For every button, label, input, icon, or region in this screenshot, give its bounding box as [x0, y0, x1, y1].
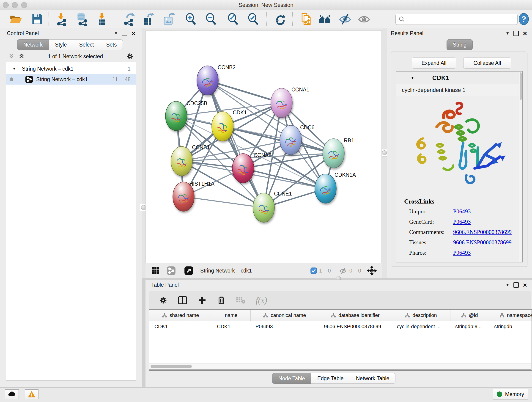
show-columns-icon[interactable]: [178, 295, 187, 305]
network-node-CCNE1[interactable]: CCNE1: [253, 191, 292, 222]
crosslink-link[interactable]: 9606.ENSP00000378699: [453, 229, 512, 235]
float-panel-icon[interactable]: [122, 31, 127, 36]
collapse-panel-icon[interactable]: ▼: [506, 283, 510, 287]
results-scrollbar[interactable]: [519, 71, 522, 262]
float-panel-icon[interactable]: [513, 282, 519, 288]
control-panel-title: Control Panel: [7, 30, 39, 36]
collapse-panel-icon[interactable]: ▼: [506, 31, 510, 36]
close-panel-icon[interactable]: ×: [523, 283, 527, 287]
network-edge[interactable]: [208, 80, 264, 208]
network-node-CDK1[interactable]: CDK1: [212, 109, 247, 141]
float-panel-icon[interactable]: [513, 31, 519, 36]
crosslink-link[interactable]: P06493: [453, 219, 471, 225]
search-input[interactable]: [407, 14, 517, 24]
network-node-RB1[interactable]: RB1: [323, 138, 354, 168]
birds-eye-view-icon[interactable]: [152, 267, 160, 275]
tab-edge-table[interactable]: Edge Table: [311, 373, 350, 384]
crosslink-link[interactable]: P06493: [453, 208, 471, 215]
refresh-button[interactable]: [274, 12, 287, 26]
clone-network-button[interactable]: [299, 12, 312, 26]
first-neighbors-button[interactable]: [318, 12, 331, 26]
copy-network-icon: [299, 12, 312, 26]
right-splitter[interactable]: [382, 28, 387, 278]
column-header-database-identifier[interactable]: database identifier: [319, 310, 392, 321]
column-header-namespace[interactable]: namespace: [489, 310, 532, 321]
zoom-selected-button[interactable]: [247, 12, 260, 26]
node-count: 11: [113, 76, 118, 83]
tab-sets[interactable]: Sets: [100, 39, 123, 50]
tab-string[interactable]: String: [447, 39, 473, 50]
memory-button[interactable]: Memory: [493, 389, 528, 400]
results-scrollbar-thumb[interactable]: [520, 72, 522, 100]
help-button[interactable]: ?: [518, 13, 531, 26]
pan-mode-icon[interactable]: [367, 266, 377, 275]
left-splitter[interactable]: [142, 28, 146, 278]
export-image-button[interactable]: [162, 12, 176, 26]
zoom-fit-button[interactable]: [226, 12, 240, 26]
warnings-button[interactable]: !: [25, 389, 38, 399]
open-in-window-icon[interactable]: [184, 266, 193, 275]
crosslink-row: Tissues:9606.ENSP00000378699: [409, 239, 522, 246]
results-panel-title: Results Panel: [391, 30, 423, 36]
export-network-icon: [122, 12, 135, 26]
collapse-panel-icon[interactable]: ▼: [114, 31, 118, 36]
tab-select[interactable]: Select: [73, 39, 100, 50]
tree-expander-icon[interactable]: ▼: [12, 67, 16, 71]
table-hscrollbar-thumb[interactable]: [151, 365, 192, 368]
network-edge[interactable]: [184, 197, 264, 208]
network-node-HIST1H1A[interactable]: HIST1H1A: [173, 181, 215, 211]
export-network-button[interactable]: [122, 12, 135, 26]
cloud-status-button[interactable]: [5, 389, 19, 399]
network-node-CCNA2[interactable]: CCNA2: [232, 152, 272, 183]
network-node-CCNB2[interactable]: CCNB2: [197, 64, 235, 95]
network-graph[interactable]: CCNB2CCNA1CDC25BCDK1CDC6RB1CCNB1CCNA2CDK…: [146, 31, 381, 263]
zoom-in-button[interactable]: [184, 12, 197, 26]
column-header-canonical-name[interactable]: canonical name: [250, 310, 319, 321]
import-network-file-button[interactable]: [54, 12, 67, 26]
zoom-out-icon: [204, 12, 218, 26]
network-row[interactable]: String Network – cdk1 11 48: [6, 74, 136, 85]
export-table-button[interactable]: [141, 12, 155, 26]
open-session-button[interactable]: [9, 12, 22, 26]
column-header-name[interactable]: name: [212, 310, 250, 321]
collapse-all-chevron-icon[interactable]: [18, 53, 25, 60]
column-header-shared-name[interactable]: shared name: [149, 310, 212, 321]
network-edge[interactable]: [208, 80, 282, 103]
crosslink-link[interactable]: 9606.ENSP00000378699: [453, 239, 512, 246]
crosslink-link[interactable]: P06493: [453, 249, 471, 256]
tab-network[interactable]: Network: [17, 39, 49, 50]
expand-all-button[interactable]: Expand All: [412, 57, 456, 69]
network-canvas[interactable]: CCNB2CCNA1CDC25BCDK1CDC6RB1CCNB1CCNA2CDK…: [146, 31, 382, 263]
gear-icon[interactable]: [126, 52, 134, 61]
node-details-header[interactable]: ▼ CDK1: [396, 71, 522, 85]
create-column-plus-icon[interactable]: [197, 296, 207, 305]
close-panel-icon[interactable]: ×: [131, 31, 135, 36]
network-collection-row[interactable]: ▼ String Network – cdk1 1: [6, 64, 136, 74]
tab-network-table[interactable]: Network Table: [350, 373, 395, 384]
expand-all-chevron-icon[interactable]: [8, 53, 15, 60]
show-all-button[interactable]: [357, 12, 371, 26]
tab-style[interactable]: Style: [49, 39, 73, 50]
table-hscrollbar[interactable]: [149, 364, 531, 370]
network-node-CCNA1[interactable]: CCNA1: [271, 87, 309, 118]
import-network-database-button[interactable]: [75, 12, 88, 26]
collapse-all-button[interactable]: Collapse All: [463, 57, 511, 69]
save-session-button[interactable]: [30, 12, 44, 26]
table-row[interactable]: CDK1CDK1P064939606.ENSP00000378699cyclin…: [149, 321, 532, 332]
column-header-@id[interactable]: @id: [450, 310, 489, 321]
selected-checkbox-icon[interactable]: [310, 268, 317, 274]
hide-selected-button[interactable]: [338, 12, 352, 26]
tab-node-table[interactable]: Node Table: [272, 373, 311, 384]
zoom-out-button[interactable]: [204, 12, 218, 26]
collapse-entry-icon[interactable]: ▼: [411, 76, 414, 80]
close-panel-icon[interactable]: ×: [523, 31, 527, 36]
delete-column-trash-icon[interactable]: [217, 296, 226, 305]
import-table-file-button[interactable]: [95, 12, 108, 26]
search-box[interactable]: [395, 14, 518, 25]
table-settings-gear-icon[interactable]: [158, 296, 168, 305]
attribute-table[interactable]: shared namenamecanonical namedatabase id…: [149, 310, 532, 332]
node-label: CDKN1A: [335, 172, 356, 178]
column-header-description[interactable]: description: [392, 310, 450, 321]
network-node-CDKN1A[interactable]: CDKN1A: [315, 172, 356, 203]
crosslink-row: GeneCard:P06493: [409, 219, 522, 225]
